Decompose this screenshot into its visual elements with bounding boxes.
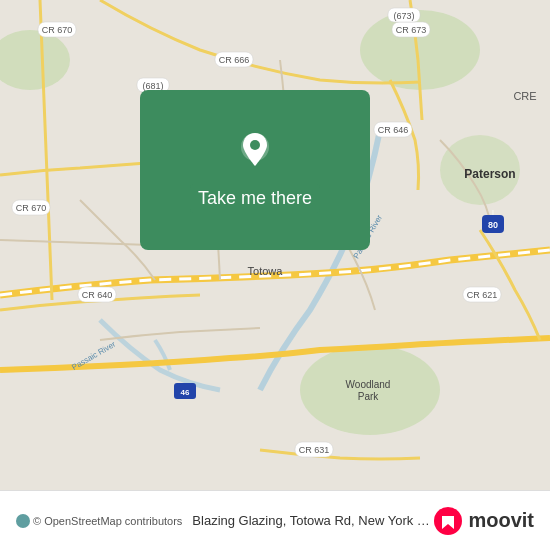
take-me-there-button[interactable]: Take me there — [190, 184, 320, 213]
moovit-logo: moovit — [432, 505, 534, 537]
svg-text:CR 621: CR 621 — [467, 290, 498, 300]
svg-text:CR 673: CR 673 — [396, 25, 427, 35]
moovit-icon — [432, 505, 464, 537]
location-pin-icon — [233, 128, 277, 172]
svg-text:80: 80 — [488, 220, 498, 230]
osm-circle-icon — [16, 514, 30, 528]
svg-text:CR 640: CR 640 — [82, 290, 113, 300]
svg-text:(673): (673) — [393, 11, 414, 21]
svg-point-3 — [300, 345, 440, 435]
svg-text:Totowa: Totowa — [248, 265, 284, 277]
svg-text:CR 666: CR 666 — [219, 55, 250, 65]
svg-text:Woodland: Woodland — [346, 379, 391, 390]
svg-text:CR 670: CR 670 — [16, 203, 47, 213]
svg-text:CR 646: CR 646 — [378, 125, 409, 135]
bottom-bar: © OpenStreetMap contributors Blazing Gla… — [0, 490, 550, 550]
moovit-label: moovit — [468, 509, 534, 532]
svg-point-38 — [250, 140, 260, 150]
osm-attribution: © OpenStreetMap contributors — [16, 514, 182, 528]
location-card: Take me there — [140, 90, 370, 250]
location-label: Blazing Glazing, Totowa Rd, New York Cit… — [192, 513, 432, 528]
svg-text:Park: Park — [358, 391, 380, 402]
svg-text:Paterson: Paterson — [464, 167, 515, 181]
map-container: 80 I 46 CR 670 CR 670 CR 673 CR 666 CR 6… — [0, 0, 550, 490]
svg-text:CR 631: CR 631 — [299, 445, 330, 455]
svg-text:CR 670: CR 670 — [42, 25, 73, 35]
svg-text:CRE: CRE — [513, 90, 536, 102]
svg-text:46: 46 — [181, 388, 190, 397]
svg-text:I: I — [492, 209, 494, 216]
osm-attribution-text: © OpenStreetMap contributors — [33, 515, 182, 527]
